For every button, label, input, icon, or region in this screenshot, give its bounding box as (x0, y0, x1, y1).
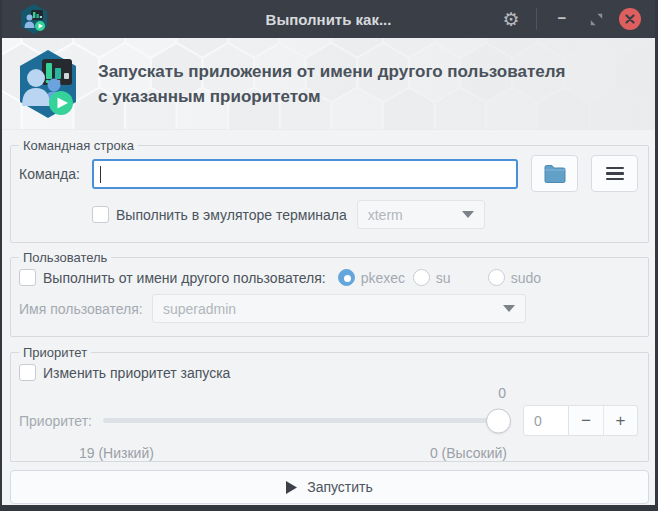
chevron-down-icon (503, 305, 515, 312)
radio-su-label: su (436, 270, 451, 286)
close-icon (619, 8, 641, 30)
settings-button[interactable]: ⚙ (498, 6, 524, 32)
priority-spinbox: 0 − + (523, 405, 638, 436)
change-priority-checkbox-label: Изменить приоритет запуска (43, 365, 230, 381)
chevron-down-icon (462, 211, 474, 218)
command-input[interactable] (92, 159, 518, 189)
close-button[interactable] (617, 6, 643, 32)
username-value: superadmin (163, 301, 236, 317)
priority-group: Приоритет Изменить приоритет запуска При… (10, 345, 649, 462)
run-button[interactable]: Запустить (10, 470, 649, 504)
hamburger-icon (606, 167, 624, 181)
terminal-checkbox-label: Выполнить в эмуляторе терминала (116, 207, 347, 223)
titlebar-separator (536, 8, 537, 30)
priority-slider[interactable]: 0 (103, 406, 510, 436)
app-icon-large (14, 48, 82, 120)
dialog-description: Запускать приложения от имени другого по… (98, 59, 565, 110)
user-group-legend: Пользователь (19, 250, 111, 265)
radio-pkexec-label: pkexec (361, 270, 405, 286)
titlebar: Выполнить как... ⚙ − (2, 0, 655, 38)
user-group: Пользователь Выполнить от имени другого … (10, 250, 649, 337)
slider-value-label: 0 (498, 385, 506, 401)
priority-spin-value[interactable]: 0 (523, 405, 569, 436)
radio-sudo[interactable]: sudo (488, 269, 563, 286)
command-group-legend: Командная строка (19, 138, 138, 153)
window-controls: ⚙ − (498, 6, 655, 32)
gear-icon: ⚙ (502, 10, 519, 29)
priority-low-label: 19 (Низкий) (79, 445, 154, 461)
spin-increment-button[interactable]: + (603, 406, 637, 435)
terminal-emulator-value: xterm (368, 207, 403, 223)
run-button-label: Запустить (307, 479, 373, 495)
spin-decrement-button[interactable]: − (569, 406, 603, 435)
slider-track[interactable] (103, 418, 510, 423)
command-group: Командная строка Команда: Выпо (10, 138, 649, 243)
priority-group-legend: Приоритет (19, 345, 91, 360)
maximize-icon (590, 13, 603, 26)
radio-sudo-circle (488, 269, 505, 286)
radio-su-circle (413, 269, 430, 286)
auth-method-radio-group: pkexec su sudo (338, 269, 563, 286)
dialog-description-line1: Запускать приложения от имени другого по… (98, 59, 565, 85)
minimize-icon: − (558, 9, 567, 26)
username-select[interactable]: superadmin (152, 294, 526, 323)
text-caret (100, 166, 101, 183)
run-as-checkbox-label: Выполнить от имени другого пользователя: (43, 270, 326, 286)
priority-high-label: 0 (Высокий) (430, 445, 507, 461)
maximize-button[interactable] (583, 6, 609, 32)
priority-label: Приоритет: (19, 413, 103, 429)
priority-range-labels: 19 (Низкий) 0 (Высокий) (19, 445, 638, 461)
radio-sudo-label: sudo (511, 270, 541, 286)
browse-file-button[interactable] (531, 155, 578, 192)
run-as-checkbox[interactable] (19, 269, 36, 286)
terminal-emulator-select[interactable]: xterm (357, 200, 485, 229)
header-banner: Запускать приложения от имени другого по… (2, 38, 655, 130)
username-label: Имя пользователя: (19, 301, 152, 317)
run-as-dialog: Выполнить как... ⚙ − (0, 0, 658, 511)
terminal-checkbox[interactable] (92, 206, 109, 223)
change-priority-checkbox[interactable] (19, 364, 36, 381)
dialog-description-line2: с указанным приоритетом (98, 84, 565, 110)
radio-pkexec-circle (338, 269, 355, 286)
app-icon-small (20, 4, 48, 34)
radio-pkexec[interactable]: pkexec (338, 269, 413, 286)
play-icon (286, 481, 297, 494)
slider-handle[interactable] (486, 408, 511, 433)
menu-button[interactable] (591, 155, 638, 192)
minimize-button[interactable]: − (549, 6, 575, 32)
dialog-content: Командная строка Команда: Выпо (2, 138, 655, 504)
folder-icon (543, 164, 567, 184)
radio-su[interactable]: su (413, 269, 488, 286)
command-label: Команда: (19, 166, 92, 182)
